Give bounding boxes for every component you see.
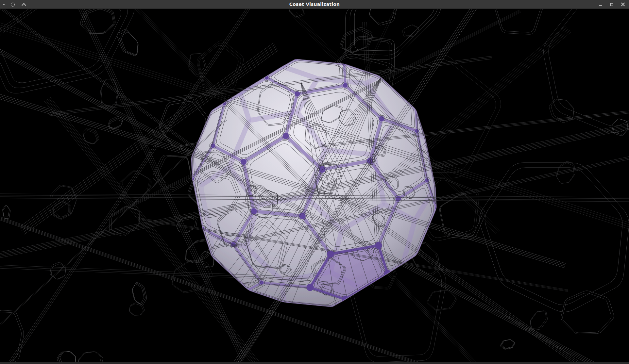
circle-icon — [11, 3, 15, 7]
minimize-button[interactable] — [596, 1, 605, 8]
window-titlebar: Coset Visualization — [0, 0, 629, 9]
dot-indicator-icon — [3, 4, 5, 5]
window-controls — [596, 0, 627, 9]
chevron-up-icon — [22, 3, 26, 6]
maximize-icon — [610, 3, 614, 7]
titlebar-left-icons — [3, 0, 27, 9]
visualization-canvas[interactable] — [0, 9, 629, 362]
close-button[interactable] — [619, 1, 627, 8]
minimize-icon — [599, 3, 603, 7]
app-window: Coset Visualization — [0, 0, 629, 364]
maximize-button[interactable] — [607, 1, 616, 8]
close-icon — [621, 2, 625, 7]
chevron-up-button[interactable] — [20, 1, 27, 8]
viewport — [0, 9, 629, 362]
window-title: Coset Visualization — [0, 2, 629, 7]
window-frame-strip — [0, 362, 629, 364]
circle-button[interactable] — [9, 1, 16, 8]
